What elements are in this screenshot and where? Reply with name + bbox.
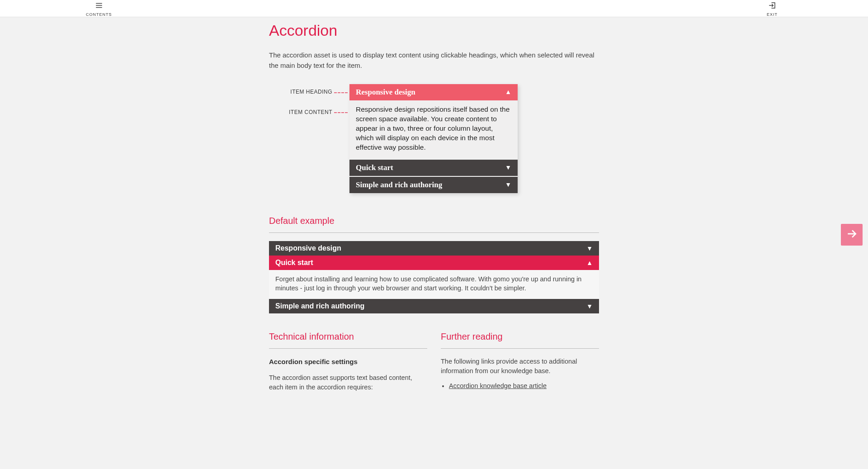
further-heading: Further reading [441, 332, 599, 349]
example-item-heading-1[interactable]: Responsive design ▼ [269, 241, 599, 256]
intro-text: The accordion asset is used to display t… [269, 50, 599, 71]
contents-button[interactable]: CONTENTS [86, 0, 112, 17]
kb-link[interactable]: Accordion knowledge base article [449, 382, 599, 389]
diagram-item-heading-1[interactable]: Responsive design ▲ [349, 84, 518, 100]
content-column: Accordion The accordion asset is used to… [269, 17, 599, 426]
example-item-title: Simple and rich authoring [275, 302, 364, 310]
exit-label: EXIT [767, 12, 778, 17]
diagram-label-heading: ITEM HEADING [269, 89, 332, 95]
diagram-label-content: ITEM CONTENT [269, 109, 332, 115]
technical-paragraph: The accordion asset supports text based … [269, 373, 427, 392]
main-scroll-area[interactable]: Accordion The accordion asset is used to… [0, 17, 868, 469]
example-item-body-2: Forget about installing and learning how… [269, 270, 599, 299]
exit-button[interactable]: EXIT [767, 0, 778, 17]
hamburger-icon [95, 1, 103, 11]
top-bar: CONTENTS EXIT [0, 0, 868, 17]
diagram-item-title: Simple and rich authoring [356, 180, 442, 189]
chevron-down-icon: ▼ [505, 164, 511, 171]
page-title: Accordion [269, 22, 599, 39]
chevron-down-icon: ▼ [586, 303, 593, 310]
arrow-right-icon [846, 228, 858, 242]
chevron-down-icon: ▼ [586, 245, 593, 252]
next-page-button[interactable] [841, 224, 863, 246]
example-heading: Default example [269, 216, 599, 233]
exit-icon [768, 1, 776, 11]
two-column-section: Technical information Accordion specific… [269, 332, 599, 398]
example-item-title: Responsive design [275, 244, 341, 252]
example-item-heading-2[interactable]: Quick start ▲ [269, 256, 599, 270]
annotated-diagram: ITEM HEADING ITEM CONTENT Responsive des… [269, 84, 599, 193]
example-item-title: Quick start [275, 259, 313, 267]
diagram-item-title: Responsive design [356, 88, 415, 97]
diagram-item-title: Quick start [356, 163, 393, 172]
chevron-down-icon: ▼ [505, 181, 511, 189]
diagram-accordion: Responsive design ▲ Responsive design re… [349, 84, 518, 193]
chevron-up-icon: ▲ [586, 259, 593, 266]
chevron-up-icon: ▲ [505, 89, 511, 96]
diagram-item-body-1: Responsive design repositions itself bas… [349, 100, 518, 159]
contents-label: CONTENTS [86, 12, 112, 17]
further-column: Further reading The following links prov… [441, 332, 599, 398]
technical-column: Technical information Accordion specific… [269, 332, 427, 398]
further-paragraph: The following links provide access to ad… [441, 357, 599, 376]
technical-heading: Technical information [269, 332, 427, 349]
diagram-connector-2 [334, 112, 348, 113]
example-item-heading-3[interactable]: Simple and rich authoring ▼ [269, 299, 599, 313]
diagram-connector-1 [334, 92, 348, 93]
default-example-accordion: Responsive design ▼ Quick start ▲ Forget… [269, 241, 599, 314]
diagram-item-heading-3[interactable]: Simple and rich authoring ▼ [349, 177, 518, 193]
technical-subheading: Accordion specific settings [269, 357, 427, 367]
diagram-item-heading-2[interactable]: Quick start ▼ [349, 160, 518, 176]
